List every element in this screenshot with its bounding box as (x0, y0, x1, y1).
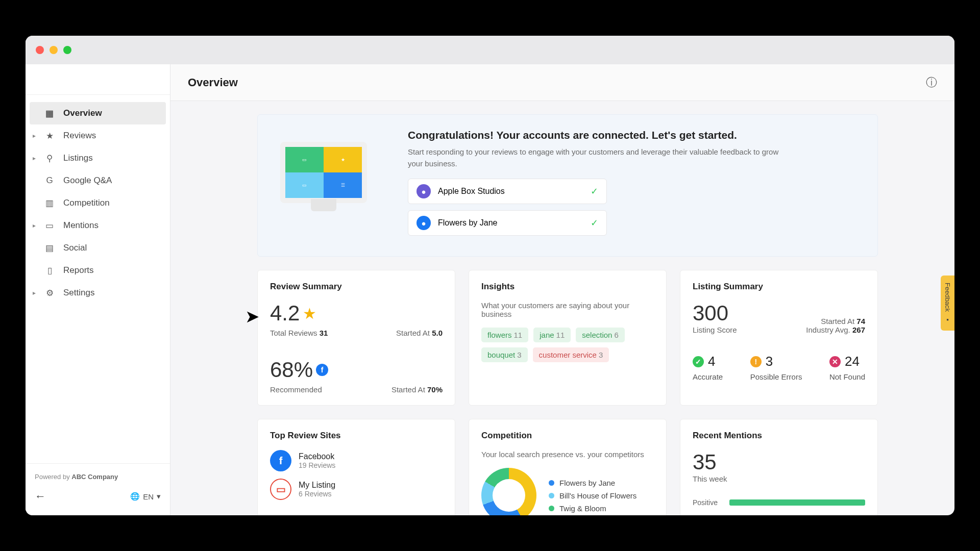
sidebar-item-label: Mentions (63, 220, 99, 231)
welcome-banner: ▭★ ▭☰ Congratulations! Your accounts are… (257, 114, 878, 257)
sidebar-item-listings[interactable]: ▸⚲Listings (30, 147, 166, 169)
pin-icon: ⚲ (44, 153, 55, 164)
feedback-tab[interactable]: Feedback▪ (941, 276, 954, 331)
status-badge: ✓ (693, 356, 704, 367)
gear-icon: ⚙ (44, 287, 55, 298)
facebook-icon: f (316, 364, 328, 376)
sidebar-item-mentions[interactable]: ▸▭Mentions (30, 214, 166, 237)
card-title: Review Summary (270, 282, 443, 292)
page-title: Overview (188, 76, 238, 89)
sidebar-item-competition[interactable]: ▥Competition (30, 192, 166, 214)
sidebar-item-settings[interactable]: ▸⚙Settings (30, 282, 166, 304)
account-name: Flowers by Jane (438, 218, 498, 228)
banner-title: Congratulations! Your accounts are conne… (408, 129, 860, 141)
legend-item: Twig & Bloom (549, 504, 636, 513)
maximize-window-button[interactable] (63, 46, 71, 54)
globe-icon: 🌐 (130, 492, 140, 501)
insight-tag[interactable]: bouquet3 (481, 347, 528, 362)
sidebar-item-label: Google Q&A (63, 176, 112, 186)
doc-icon: ▯ (44, 265, 55, 276)
check-icon: ✓ (591, 186, 598, 197)
insight-tag[interactable]: selection6 (576, 328, 625, 342)
recommended-value: 68%f (270, 358, 443, 382)
chevron-down-icon: ▾ (157, 492, 161, 501)
listing-score: 300 (693, 301, 737, 325)
chevron-right-icon: ▸ (33, 222, 36, 229)
insight-tag[interactable]: customer service3 (533, 347, 609, 362)
status-badge: ! (750, 356, 762, 367)
insights-card: Insights What your customers are saying … (469, 270, 667, 406)
chat-icon: ▭ (44, 220, 55, 231)
sidebar-item-google-q-a[interactable]: GGoogle Q&A (30, 169, 166, 192)
listing-stat: ✕24Not Found (829, 354, 865, 381)
competition-donut-chart (481, 468, 536, 515)
listing-summary-card: Listing Summary 300 Listing Score Starte… (680, 270, 878, 406)
sidebar-item-label: Competition (63, 198, 110, 208)
sidebar-nav: ▦Overview▸★Reviews▸⚲ListingsGGoogle Q&A▥… (26, 95, 170, 463)
status-badge: ✕ (829, 356, 841, 367)
rating-value: 4.2★ (270, 301, 443, 325)
card-title: Top Review Sites (270, 431, 443, 441)
review-summary-card: Review Summary 4.2★ Total Reviews 31 Sta… (257, 270, 455, 406)
account-icon: ● (416, 216, 431, 230)
sidebar-item-label: Reviews (63, 131, 96, 141)
card-title: Recent Mentions (693, 431, 865, 441)
sidebar-item-reports[interactable]: ▯Reports (30, 259, 166, 282)
site-icon: ▭ (270, 479, 291, 500)
banner-illustration: ▭★ ▭☰ (275, 129, 372, 216)
insight-tag[interactable]: flowers11 (481, 328, 528, 342)
card-title: Insights (481, 282, 654, 292)
chart-icon: ▥ (44, 197, 55, 209)
connected-account[interactable]: ●Flowers by Jane✓ (408, 210, 607, 236)
account-name: Apple Box Studios (438, 187, 505, 196)
powered-by: Powered by ABC Company (35, 473, 161, 481)
sidebar-item-label: Social (63, 243, 87, 253)
language-label: EN (143, 492, 154, 501)
chevron-right-icon: ▸ (33, 155, 36, 162)
review-site-row[interactable]: fFacebook19 Reviews (270, 450, 443, 471)
card-subtitle: Your local search presence vs. your comp… (481, 450, 654, 459)
sentiment-bar: Positive (693, 498, 865, 507)
google-icon: G (44, 175, 55, 186)
close-window-button[interactable] (36, 46, 44, 54)
comment-icon: ▪ (944, 316, 951, 323)
listing-stat: ✓4Accurate (693, 354, 723, 381)
site-icon: f (270, 450, 291, 471)
account-icon: ● (416, 184, 431, 198)
competition-card: Competition Your local search presence v… (469, 419, 667, 515)
card-subtitle: What your customers are saying about you… (481, 301, 654, 318)
back-icon[interactable]: ← (35, 490, 46, 503)
chevron-right-icon: ▸ (33, 289, 36, 296)
recent-mentions-card: Recent Mentions 35 This week Positive (680, 419, 878, 515)
app-logo-area (26, 64, 170, 95)
card-title: Competition (481, 431, 654, 441)
listing-stat: !3Possible Errors (750, 354, 802, 381)
forum-icon: ▤ (44, 242, 55, 254)
minimize-window-button[interactable] (50, 46, 58, 54)
insight-tag[interactable]: jane11 (533, 328, 571, 342)
review-site-row[interactable]: ▭My Listing6 Reviews (270, 479, 443, 500)
check-icon: ✓ (591, 217, 598, 229)
sidebar-item-label: Settings (63, 288, 94, 298)
star-icon: ★ (303, 305, 316, 322)
sidebar: ▦Overview▸★Reviews▸⚲ListingsGGoogle Q&A▥… (26, 64, 170, 515)
dashboard-icon: ▦ (44, 108, 55, 119)
connected-account[interactable]: ●Apple Box Studios✓ (408, 179, 607, 204)
sidebar-item-social[interactable]: ▤Social (30, 237, 166, 259)
chevron-right-icon: ▸ (33, 132, 36, 139)
sidebar-item-label: Overview (63, 108, 102, 118)
legend-item: Bill's House of Flowers (549, 491, 636, 500)
sidebar-item-label: Listings (63, 153, 93, 163)
star-icon: ★ (44, 130, 55, 141)
language-switcher[interactable]: 🌐 EN ▾ (130, 492, 161, 501)
sidebar-item-reviews[interactable]: ▸★Reviews (30, 124, 166, 147)
help-icon[interactable]: ⓘ (926, 75, 937, 90)
mentions-count: 35 (693, 450, 865, 474)
sidebar-item-label: Reports (63, 265, 94, 276)
top-review-sites-card: Top Review Sites fFacebook19 Reviews▭My … (257, 419, 455, 515)
sidebar-item-overview[interactable]: ▦Overview (30, 102, 166, 124)
banner-subtitle: Start responding to your reviews to enga… (408, 146, 786, 169)
window-titlebar (26, 36, 954, 64)
legend-item: Flowers by Jane (549, 479, 636, 487)
card-title: Listing Summary (693, 282, 865, 292)
